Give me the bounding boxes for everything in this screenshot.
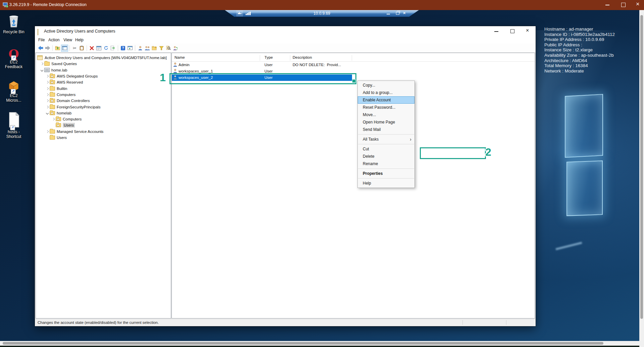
- context-menu-all-tasks[interactable]: All Tasks: [358, 136, 414, 143]
- context-menu-reset-password[interactable]: Reset Password...: [358, 104, 414, 111]
- close-button[interactable]: [526, 28, 529, 34]
- chevron-right-icon: [52, 118, 55, 120]
- menu-file[interactable]: File: [38, 38, 45, 42]
- tree-item-homelab-computers[interactable]: Computers: [36, 116, 171, 122]
- ou-folder-icon: [50, 74, 55, 78]
- tree-item-users[interactable]: Users: [36, 135, 171, 141]
- context-menu-send-mail[interactable]: Send Mail: [358, 126, 414, 133]
- connection-bar-restore-button[interactable]: [396, 12, 399, 15]
- desktop-icon-recycle-bin[interactable]: Recycle Bin: [0, 13, 28, 34]
- vertical-scrollbar-thumb[interactable]: [640, 15, 643, 319]
- result-list-pane: Name Type Description Admin User DO NOT …: [171, 53, 535, 318]
- column-header-type[interactable]: Type: [264, 55, 273, 59]
- vertical-scrollbar[interactable]: [639, 10, 644, 341]
- ou-folder-icon: [50, 99, 55, 103]
- maximize-button[interactable]: [510, 29, 514, 33]
- tree-item-computers[interactable]: Computers: [36, 92, 171, 98]
- folder-icon: [50, 130, 55, 134]
- context-menu-add-to-group[interactable]: Add to a group...: [358, 89, 414, 96]
- sysinfo-line: Private IP Address : 10.0.9.69: [544, 37, 615, 42]
- ou-folder-icon: [56, 117, 61, 121]
- context-menu-cut[interactable]: Cut: [358, 145, 414, 153]
- list-row-workspaces-user-2[interactable]: workspaces_user_2 User: [172, 75, 352, 81]
- desktop-icon-label: Micros...: [0, 98, 28, 103]
- horizontal-scrollbar[interactable]: [0, 341, 639, 346]
- new-user-button[interactable]: [137, 45, 144, 52]
- up-one-level-button[interactable]: [54, 45, 61, 52]
- context-menu-move[interactable]: Move...: [358, 111, 414, 118]
- column-header-name[interactable]: Name: [175, 55, 185, 59]
- list-row-admin[interactable]: Admin User DO NOT DELETE: Provid...: [172, 62, 535, 68]
- cut-button[interactable]: ✂: [71, 45, 78, 52]
- export-list-button[interactable]: [109, 45, 116, 52]
- minimize-button[interactable]: [494, 31, 498, 32]
- rdp-titlebar[interactable]: 3.26.219.9 - Remote Desktop Connection: [0, 0, 644, 10]
- document-shortcut-icon: [7, 111, 20, 130]
- ou-folder-icon: [56, 123, 61, 127]
- tree-item-root[interactable]: Active Directory Users and Computers [WI…: [36, 55, 171, 61]
- column-header-description[interactable]: Description: [293, 55, 312, 59]
- window-titlebar[interactable]: Active Directory Users and Computers: [35, 26, 536, 36]
- context-menu-properties[interactable]: Properties: [358, 170, 414, 177]
- refresh-button[interactable]: [102, 45, 109, 52]
- sysinfo-line: Network : Moderate: [544, 68, 615, 74]
- context-menu-copy[interactable]: Copy...: [358, 82, 414, 89]
- horizontal-scrollbar-thumb[interactable]: [3, 342, 603, 345]
- menu-help[interactable]: Help: [75, 38, 84, 42]
- sysinfo-line: Instance ID : i-08f5013e2aa2b4112: [544, 32, 615, 37]
- list-row-workspaces-user-1[interactable]: workspaces_user_1 User: [172, 68, 535, 75]
- context-menu-open-home-page[interactable]: Open Home Page: [358, 118, 414, 126]
- tree-item-homelab-users[interactable]: Users: [36, 122, 171, 128]
- chevron-right-icon: [46, 87, 49, 90]
- tree-item-aws-reserved[interactable]: AWS Reserved: [36, 79, 171, 85]
- ou-folder-icon: [50, 111, 55, 115]
- delete-button[interactable]: [88, 45, 95, 52]
- back-button[interactable]: [37, 45, 44, 52]
- windows-logo-pane: [566, 160, 603, 216]
- tree-item-home-lab[interactable]: home.lab: [36, 67, 171, 73]
- console-tree-toggle-button[interactable]: [61, 45, 68, 52]
- list-rows: Admin User DO NOT DELETE: Provid... work…: [172, 62, 535, 81]
- tree-item-foreign-security-principals[interactable]: ForeignSecurityPrincipals: [36, 104, 171, 110]
- desktop-icon-ec2-microsoft-ad[interactable]: EC2 Micros...: [0, 81, 28, 103]
- menu-view[interactable]: View: [63, 38, 72, 42]
- menu-action[interactable]: Action: [48, 38, 59, 42]
- context-menu-help[interactable]: Help: [358, 180, 414, 187]
- tree-item-saved-queries[interactable]: Saved Queries: [36, 61, 171, 67]
- user-icon: [173, 69, 177, 74]
- change-domain-button[interactable]: [172, 45, 179, 52]
- shortcut-arrow-icon: [11, 55, 16, 60]
- context-menu-delete[interactable]: Delete: [358, 153, 414, 160]
- find-button[interactable]: [165, 45, 172, 52]
- desktop-icon-ec2-feedback[interactable]: Q EC2 Feedback: [0, 48, 28, 69]
- help-button[interactable]: ?: [119, 45, 127, 52]
- context-menu-rename[interactable]: Rename: [358, 160, 414, 167]
- connection-bar-close-button[interactable]: [403, 10, 406, 15]
- domain-icon: [44, 68, 50, 72]
- tree-item-domain-controllers[interactable]: Domain Controllers: [36, 98, 171, 104]
- properties-button[interactable]: [95, 45, 102, 52]
- desktop-icon-label: Feedback: [0, 64, 28, 69]
- forward-button[interactable]: [44, 45, 51, 52]
- annotation-handle: [352, 79, 356, 83]
- filter-button[interactable]: [158, 45, 165, 52]
- tree-item-builtin[interactable]: Builtin: [36, 85, 171, 91]
- q-feedback-icon: Q: [8, 48, 19, 60]
- maximize-button[interactable]: [621, 3, 626, 7]
- desktop-icon-hosts-shortcut[interactable]: hosts - Shortcut: [0, 111, 28, 139]
- context-menu-enable-account[interactable]: Enable Account: [358, 96, 414, 104]
- chevron-right-icon: [41, 62, 43, 65]
- tree-item-homelab[interactable]: homelab: [36, 110, 171, 116]
- paste-button[interactable]: [78, 45, 85, 52]
- close-button[interactable]: [636, 1, 640, 8]
- new-ou-button[interactable]: [151, 45, 158, 52]
- scrollbar-corner: [639, 341, 644, 347]
- new-group-button[interactable]: [144, 45, 151, 52]
- user-icon: [173, 62, 177, 67]
- show-window-button[interactable]: [127, 45, 134, 52]
- tree-item-aws-delegated-groups[interactable]: AWS Delegated Groups: [36, 73, 171, 79]
- folder-icon: [44, 62, 50, 66]
- connection-bar-minimize-button[interactable]: [387, 14, 390, 14]
- tree-item-managed-service-accounts[interactable]: Managed Service Accounts: [36, 129, 171, 135]
- minimize-button[interactable]: [605, 5, 609, 5]
